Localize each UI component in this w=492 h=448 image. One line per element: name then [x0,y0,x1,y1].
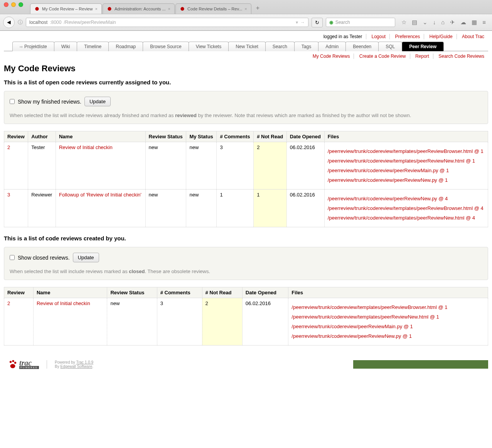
update-button[interactable]: Update [84,97,111,106]
review-name-link[interactable]: Review of Initial checkin [37,300,90,306]
browser-tab[interactable]: Code Review Details – Rev... × [175,3,251,14]
metanav: logged in as Tester Logout Preferences H… [4,31,488,41]
nav-timeline[interactable]: Timeline [77,42,109,51]
show-closed-checkbox[interactable] [10,255,15,260]
minimize-window-icon[interactable] [11,2,16,7]
logout-link[interactable]: Logout [367,34,390,39]
info-icon[interactable]: ⓘ [18,19,23,26]
preferences-link[interactable]: Preferences [391,34,425,39]
update-button[interactable]: Update [73,253,99,262]
nav-roadmap[interactable]: Roadmap [108,42,143,51]
file-link[interactable]: /peerreview/trunk/codereview/peerReviewM… [328,168,449,173]
table-cell: Reviewer [28,190,56,227]
table-cell: new [186,142,217,190]
pocket-icon[interactable]: ⌄ [423,19,428,26]
column-header[interactable]: # Comments [217,131,254,142]
file-link[interactable]: /peerreview/trunk/codereview/peerReviewN… [328,177,448,183]
column-header[interactable]: Name [56,131,145,142]
file-link[interactable]: /peerreview/trunk/codereview/peerReviewN… [291,333,412,339]
column-header[interactable]: Files [288,287,488,298]
browser-tab-active[interactable]: My Code Review – Review × [30,3,102,14]
review-name-link[interactable]: Followup of 'Review of Initial checkin' [59,192,142,198]
column-header[interactable]: Review Status [145,131,186,142]
nav-tags[interactable]: Tags [294,42,318,51]
dropdown-icon[interactable]: ▾ [296,20,298,25]
maximize-window-icon[interactable] [19,2,23,7]
column-header[interactable]: Files [324,131,488,142]
review-link[interactable]: 3 [7,192,10,198]
show-finished-checkbox[interactable] [10,99,15,104]
refresh-button[interactable]: ↻ [312,18,323,27]
nav-peer-review[interactable]: Peer Review [402,42,444,51]
column-header[interactable]: Date Opened [242,287,288,298]
new-tab-button[interactable]: + [251,2,264,14]
nav-wiki[interactable]: Wiki [54,42,78,51]
assigned-reviews-table: ReviewAuthorNameReview StatusMy Status# … [4,131,488,227]
file-link[interactable]: /peerreview/trunk/codereview/templates/p… [291,304,447,310]
nav-admin[interactable]: Admin [318,42,346,51]
url-field[interactable]: localhost:8000/Review/peerReviewMain ▾ → [26,18,308,27]
table-cell: 3 [217,142,254,190]
menu-icon[interactable]: ≡ [482,19,486,26]
review-name-link[interactable]: Review of Initial checkin [59,144,113,150]
ctx-report[interactable]: Report [411,54,433,59]
chat-icon[interactable]: ☁ [460,19,466,26]
back-button[interactable]: ◄ [3,17,15,28]
downloads-icon[interactable]: ↓ [433,19,436,26]
column-header[interactable]: Author [28,131,56,142]
column-header[interactable]: My Status [186,131,217,142]
tab-close-icon[interactable]: × [168,7,170,11]
table-cell: /peerreview/trunk/codereview/templates/p… [288,298,488,346]
edgewall-link[interactable]: Edgewall Software [60,364,92,369]
reader-icon[interactable]: ▤ [412,19,417,26]
table-cell: Tester [28,142,56,190]
review-link[interactable]: 2 [7,300,10,306]
nav-browse-source[interactable]: Browse Source [143,42,189,51]
tab-close-icon[interactable]: × [244,7,247,11]
about-link[interactable]: About Trac [458,34,488,39]
help-link[interactable]: Help/Guide [426,34,457,39]
ctx-search-reviews[interactable]: Search Code Reviews [435,54,488,59]
column-header[interactable]: # Not Read [254,131,287,142]
file-link[interactable]: /peerreview/trunk/codereview/templates/p… [328,148,484,154]
svg-point-0 [35,7,39,10]
nav-view-tickets[interactable]: View Tickets [189,42,229,51]
nav-sql[interactable]: SQL [378,42,402,51]
file-link[interactable]: /peerreview/trunk/codereview/templates/p… [328,215,475,221]
file-link[interactable]: /peerreview/trunk/codereview/peerReviewM… [291,324,413,329]
column-header[interactable]: # Comments [157,287,202,298]
file-link[interactable]: /peerreview/trunk/codereview/peerReviewN… [328,196,448,201]
nav-projektliste[interactable]: ⇨Projektliste [12,42,54,51]
trac-logo[interactable]: trac POWERED [8,359,39,369]
search-box[interactable]: ◉ Search [326,18,395,27]
file-link[interactable]: /peerreview/trunk/codereview/templates/p… [328,158,475,164]
ctx-my-reviews[interactable]: My Code Reviews [309,54,354,59]
column-header[interactable]: Date Opened [286,131,324,142]
column-header[interactable]: Review [4,287,34,298]
nav-beenden[interactable]: Beenden [345,42,379,51]
bookmark-icon[interactable]: ☆ [401,19,406,26]
nav-new-ticket[interactable]: New Ticket [228,42,266,51]
forward-icon[interactable]: → [300,20,305,25]
review-link[interactable]: 2 [7,144,10,150]
addon-icon[interactable]: ▦ [472,19,477,26]
column-header[interactable]: Review Status [107,287,157,298]
url-path: /Review/peerReviewMain [64,20,116,25]
column-header[interactable]: Review [4,131,28,142]
home-icon[interactable]: ⌂ [441,19,445,26]
send-icon[interactable]: ✈ [450,19,455,26]
table-row: 3ReviewerFollowup of 'Review of Initial … [4,190,488,227]
nav-search[interactable]: Search [265,42,295,51]
created-filter-desc: When selected the list will include revi… [10,268,482,274]
table-cell: Followup of 'Review of Initial checkin' [56,190,145,227]
column-header[interactable]: # Not Read [202,287,242,298]
ctx-create-review[interactable]: Create a Code Review [356,54,410,59]
file-link[interactable]: /peerreview/trunk/codereview/templates/p… [291,314,439,320]
close-window-icon[interactable] [4,2,8,7]
browser-tab[interactable]: Administration: Accounts ... × [103,3,175,14]
file-link[interactable]: /peerreview/trunk/codereview/templates/p… [328,205,484,211]
column-header[interactable]: Name [33,287,107,298]
tab-close-icon[interactable]: × [95,7,97,11]
trac-version-link[interactable]: Trac 1.0.9 [76,360,93,364]
mainnav: ⇨Projektliste Wiki Timeline Roadmap Brow… [4,42,488,51]
